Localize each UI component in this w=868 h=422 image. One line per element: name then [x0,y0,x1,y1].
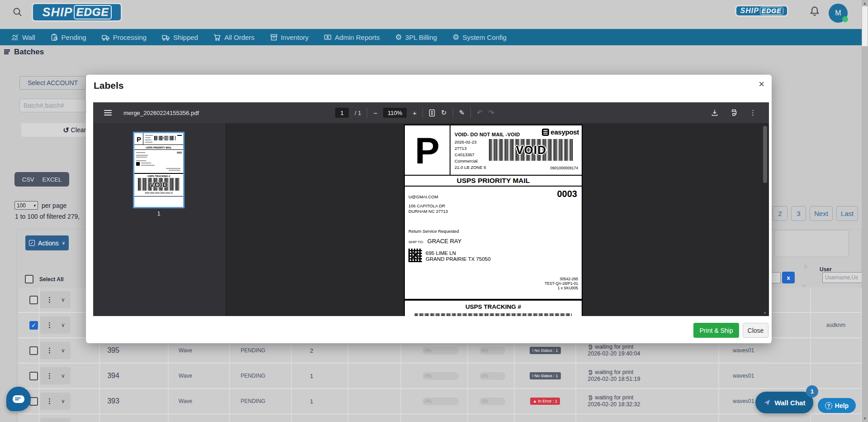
search-icon[interactable] [13,7,23,19]
undo-button[interactable]: ↶ [477,109,483,117]
row-checkbox[interactable] [29,372,38,380]
printer-icon [588,370,593,375]
clear-button[interactable]: ↺ Clear [21,123,96,137]
per-page-control: 100 ▾ per page [14,201,66,210]
nav-item-all-orders[interactable]: All Orders [213,34,255,41]
redo-button[interactable]: ↷ [489,109,494,117]
download-button[interactable] [711,109,718,116]
modal-close-icon[interactable]: × [759,78,764,90]
chevron-down-icon[interactable]: ∨ [61,347,65,354]
pdf-scrollbar-thumb[interactable] [763,126,767,183]
mini-tracking-barcode: VOID [138,178,180,191]
rotate-button[interactable]: ↻ [441,109,447,117]
logo-edge-text: EDGE [74,5,112,19]
question-icon: ? [825,402,832,409]
per-page-label: per page [42,202,66,209]
cart-icon [213,34,221,41]
chevron-down-icon[interactable]: ∨ [61,373,65,379]
mini-datamatrix [136,162,140,166]
table-row: ⋮∨ 393 Wave PENDING 1 0% 0% ▲ In Error :… [18,389,862,414]
chevron-down-icon[interactable]: ∨ [61,398,65,404]
fit-page-button[interactable] [429,109,435,117]
user-avatar[interactable]: M [829,4,848,23]
column-filter-box[interactable] [774,230,849,257]
row-actions: ⋮∨ [40,316,71,334]
excel-export-button[interactable]: EXCEL [43,176,62,183]
shipedge-logo-right: SHIP EDGE [735,5,788,17]
nav-item-shipped[interactable]: Shipped [162,34,198,41]
select-all-checkbox[interactable] [25,275,33,283]
column-drag-handle-icon[interactable]: ⠿ [804,264,807,270]
csv-export-button[interactable]: CSV [22,176,34,183]
kebab-menu-icon[interactable]: ⋮ [46,321,53,329]
zoom-out-button[interactable]: − [373,109,377,117]
status-badge: ! No Status : 1 [530,347,561,354]
page-2-button[interactable]: 2 [773,206,787,221]
kebab-menu-icon[interactable]: ⋮ [46,296,53,304]
pdf-body: P VOID USPS PRIORITY MAIL 0003 [93,123,769,316]
shipedge-logo[interactable]: SHIP EDGE [32,3,122,22]
page-thumbnail[interactable]: P VOID USPS PRIORITY MAIL 0003 [133,132,185,208]
pdf-scrollbar[interactable]: ▼ [763,125,767,314]
progress-bar: 0% [479,398,505,405]
printer-icon [588,345,593,350]
zoom-level-input[interactable]: 110% [383,108,407,118]
row-checkbox[interactable] [29,296,38,304]
progress-bar: 0% [422,398,459,405]
truck-icon [162,34,170,41]
nav-item-processing[interactable]: Processing [102,34,147,41]
chat-count-badge: 1 [806,385,818,398]
print-and-ship-button[interactable]: Print & Ship [693,323,739,338]
per-page-select[interactable]: 100 ▾ [14,201,38,210]
nav-item-admin-reports[interactable]: Admin Reports [324,34,379,41]
print-button[interactable] [730,109,738,116]
progress-bar: 0% [422,372,459,380]
main-nav: Wall Pending Processing Shipped All Orde… [0,29,868,45]
chat-bubble-button[interactable] [6,387,31,411]
pdf-scroll-down-icon[interactable]: ▼ [763,311,767,315]
page-number-input[interactable]: 1 [335,108,349,118]
more-options-icon[interactable]: ⋮ [749,109,756,117]
table-row: ⋮∨ 392 Wave PENDING 2 0% 0% [18,414,862,422]
nav-item-wall[interactable]: Wall [11,34,35,41]
zoom-in-button[interactable]: + [413,109,417,117]
annotate-pen-button[interactable]: ✎ [459,109,465,117]
batches-icon [4,48,12,56]
help-button[interactable]: ? Help [818,398,856,413]
mini-barcode: VOID [154,136,176,140]
page-title-batches: Batches [4,48,44,57]
scroll-down-icon[interactable]: ▼ [862,417,868,421]
wall-chat-button[interactable]: Wall Chat [755,392,813,413]
truck-icon [102,34,110,41]
row-checkbox-checked[interactable]: ✓ [29,321,38,330]
kebab-menu-icon[interactable]: ⋮ [46,397,53,405]
modal-close-button[interactable]: Close [743,323,768,338]
page-next-button[interactable]: Next [810,206,833,221]
nav-item-pending[interactable]: Pending [51,34,86,41]
nav-item-3pl-billing[interactable]: ⚙ 3PL Billing [395,34,437,41]
user-filter-input[interactable] [822,272,868,283]
actions-button[interactable]: ✓ Actions ∨ [25,235,69,250]
select-account-button[interactable]: Select ACCOUNT [19,76,86,90]
screen: SHIP EDGE SHIP EDGE M Wall Pending Proce… [0,0,868,422]
chart-icon [11,34,19,41]
notifications-bell-icon[interactable] [810,6,820,19]
page-scrollbar[interactable]: ▲ ▼ [862,0,868,422]
batch-search-input[interactable] [19,99,86,112]
kebab-menu-icon[interactable]: ⋮ [46,346,53,355]
nav-item-inventory[interactable]: Inventory [270,34,309,41]
sidebar-toggle-icon[interactable] [104,110,112,115]
scroll-up-icon[interactable]: ▲ [862,1,868,5]
row-checkbox[interactable] [29,346,38,355]
clear-filter-button[interactable]: x [782,272,795,283]
kebab-menu-icon[interactable]: ⋮ [46,372,53,380]
page-last-button[interactable]: Last [836,206,858,221]
user-column-header: User [820,266,832,273]
chevron-down-icon[interactable]: ∨ [61,297,65,303]
clipboard-clock-icon [51,34,58,41]
nav-item-system-config[interactable]: ⚙ System Config [452,34,507,41]
chevron-down-icon[interactable]: ∨ [61,322,65,328]
admin-screen-icon [324,34,332,41]
page-3-button[interactable]: 3 [791,206,806,221]
scrollbar-thumb[interactable] [862,6,868,46]
